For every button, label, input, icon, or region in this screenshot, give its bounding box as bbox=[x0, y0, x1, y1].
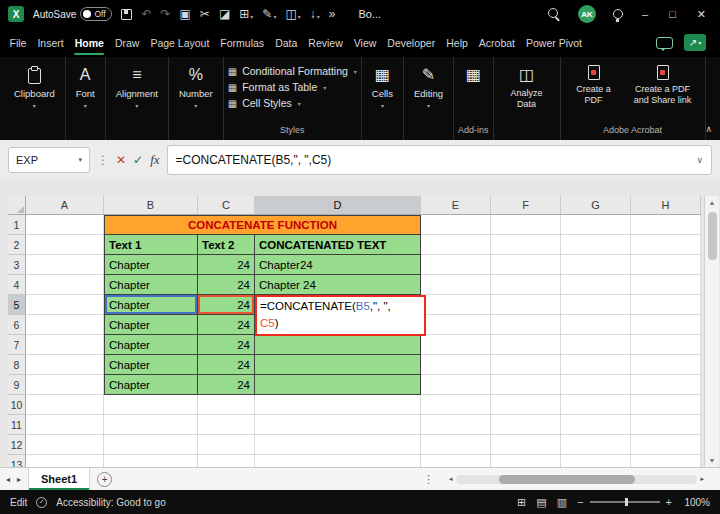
ribbon-button-create-a-pdf[interactable]: Create a PDF bbox=[565, 63, 623, 108]
cell-c8[interactable]: 24 bbox=[198, 355, 255, 375]
cell-h10[interactable] bbox=[631, 395, 701, 415]
cell-c2[interactable]: Text 2 bbox=[198, 235, 255, 255]
ribbon-button-cell-styles[interactable]: ▦Cell Styles▾ bbox=[228, 97, 301, 109]
cell-c6[interactable]: 24 bbox=[198, 315, 255, 335]
cell-a3[interactable] bbox=[26, 255, 104, 275]
cell-h3[interactable] bbox=[631, 255, 701, 275]
cell-a9[interactable] bbox=[26, 375, 104, 395]
cell-g10[interactable] bbox=[561, 395, 631, 415]
borders-icon[interactable]: ⊞▾ bbox=[239, 8, 253, 20]
column-header-c[interactable]: C bbox=[198, 196, 255, 215]
cell-b2[interactable]: Text 1 bbox=[104, 235, 198, 255]
cell-c7[interactable]: 24 bbox=[198, 335, 255, 355]
cell-h11[interactable] bbox=[631, 415, 701, 435]
column-header-e[interactable]: E bbox=[421, 196, 491, 215]
cell-h4[interactable] bbox=[631, 275, 701, 295]
sheet-tab-sheet1[interactable]: Sheet1 bbox=[28, 468, 90, 490]
row-header-3[interactable]: 3 bbox=[8, 255, 26, 275]
excel-logo-icon[interactable]: X bbox=[8, 6, 24, 22]
cell-g1[interactable] bbox=[561, 215, 631, 235]
column-header-b[interactable]: B bbox=[104, 196, 198, 215]
cell-e12[interactable] bbox=[421, 435, 491, 455]
tab-power-pivot[interactable]: Power Pivot bbox=[521, 28, 588, 57]
cell-e9[interactable] bbox=[421, 375, 491, 395]
cell-b4[interactable]: Chapter bbox=[104, 275, 198, 295]
page-break-view-icon[interactable]: ▥ bbox=[557, 496, 567, 509]
accessibility-status[interactable]: Accessibility: Good to go bbox=[56, 497, 166, 508]
autosave-toggle[interactable]: Off bbox=[80, 7, 112, 21]
add-sheet-button[interactable]: + bbox=[97, 472, 112, 487]
name-box[interactable]: EXP ▾ bbox=[8, 147, 90, 173]
image-icon[interactable]: ◪ bbox=[219, 8, 230, 20]
scroll-right-icon[interactable]: ▸ bbox=[700, 475, 704, 483]
tab-options-icon[interactable]: ⋮ bbox=[423, 473, 434, 486]
ribbon-button-editing[interactable]: ✎Editing▾ bbox=[408, 63, 449, 111]
document-title[interactable]: Bo... bbox=[358, 8, 381, 20]
tab-home[interactable]: Home bbox=[69, 28, 109, 57]
cell-f11[interactable] bbox=[491, 415, 561, 435]
cell-b9[interactable]: Chapter bbox=[104, 375, 198, 395]
search-icon[interactable] bbox=[548, 8, 561, 21]
redo-icon[interactable]: ↷ bbox=[160, 8, 170, 20]
tab-view[interactable]: View bbox=[348, 28, 382, 57]
cell-a1[interactable] bbox=[26, 215, 104, 235]
row-header-11[interactable]: 11 bbox=[8, 415, 26, 435]
vertical-scrollbar[interactable]: ▲ ▼ bbox=[704, 196, 719, 467]
cell-b3[interactable]: Chapter bbox=[104, 255, 198, 275]
cell-c5[interactable]: 24 bbox=[198, 295, 255, 315]
zoom-slider[interactable] bbox=[590, 501, 660, 503]
row-header-13[interactable]: 13 bbox=[8, 455, 26, 467]
normal-view-icon[interactable]: ⊞ bbox=[517, 496, 526, 509]
sheet-nav-right-icon[interactable]: ▸ bbox=[17, 475, 21, 484]
account-avatar[interactable]: AK bbox=[578, 5, 596, 23]
cell-c9[interactable]: 24 bbox=[198, 375, 255, 395]
cell-b1-d1-merged[interactable]: CONCATENATE FUNCTION bbox=[104, 215, 421, 235]
ribbon-button-create-a-pdf-and-share-link[interactable]: Create a PDF and Share link bbox=[625, 63, 701, 108]
cell-b11[interactable] bbox=[104, 415, 198, 435]
cell-d13[interactable] bbox=[255, 455, 421, 467]
cell-a5[interactable] bbox=[26, 295, 104, 315]
cell-edit-formula-box[interactable]: =CONCATENATE(B5,", ",C5) bbox=[255, 295, 426, 336]
cell-b13[interactable] bbox=[104, 455, 198, 467]
format-painter-icon[interactable]: ✎▾ bbox=[262, 8, 276, 20]
tab-review[interactable]: Review bbox=[303, 28, 348, 57]
cell-g12[interactable] bbox=[561, 435, 631, 455]
cell-e4[interactable] bbox=[421, 275, 491, 295]
vertical-scrollbar-thumb[interactable] bbox=[708, 212, 717, 260]
tab-developer[interactable]: Developer bbox=[382, 28, 441, 57]
cell-f6[interactable] bbox=[491, 315, 561, 335]
cell-b6[interactable]: Chapter bbox=[104, 315, 198, 335]
more-commands-icon[interactable]: » bbox=[329, 8, 336, 20]
row-header-2[interactable]: 2 bbox=[8, 235, 26, 255]
cell-c10[interactable] bbox=[198, 395, 255, 415]
cell-g9[interactable] bbox=[561, 375, 631, 395]
cell-a11[interactable] bbox=[26, 415, 104, 435]
cell-e8[interactable] bbox=[421, 355, 491, 375]
row-header-12[interactable]: 12 bbox=[8, 435, 26, 455]
horizontal-scrollbar[interactable]: ◂ ▸ bbox=[449, 475, 704, 484]
cell-d10[interactable] bbox=[255, 395, 421, 415]
tab-insert[interactable]: Insert bbox=[32, 28, 69, 57]
tab-formulas[interactable]: Formulas bbox=[215, 28, 270, 57]
page-layout-view-icon[interactable]: ▤ bbox=[536, 496, 546, 509]
select-all-corner[interactable] bbox=[8, 196, 26, 215]
cell-g7[interactable] bbox=[561, 335, 631, 355]
cell-a6[interactable] bbox=[26, 315, 104, 335]
cell-e5[interactable] bbox=[421, 295, 491, 315]
ribbon-button-conditional-formatting[interactable]: ▦Conditional Formatting▾ bbox=[228, 65, 357, 77]
tab-acrobat[interactable]: Acrobat bbox=[473, 28, 520, 57]
cell-b7[interactable]: Chapter bbox=[104, 335, 198, 355]
cell-b10[interactable] bbox=[104, 395, 198, 415]
cell-f5[interactable] bbox=[491, 295, 561, 315]
ribbon-button-format-as-table[interactable]: ▦Format as Table▾ bbox=[228, 81, 327, 93]
row-header-4[interactable]: 4 bbox=[8, 275, 26, 295]
horizontal-scrollbar-thumb[interactable] bbox=[499, 475, 635, 484]
cell-h9[interactable] bbox=[631, 375, 701, 395]
cell-c13[interactable] bbox=[198, 455, 255, 467]
share-button[interactable]: ↗▾ bbox=[684, 34, 706, 51]
cell-a7[interactable] bbox=[26, 335, 104, 355]
row-header-8[interactable]: 8 bbox=[8, 355, 26, 375]
scroll-up-icon[interactable]: ▲ bbox=[705, 196, 719, 209]
row-header-5[interactable]: 5 bbox=[8, 295, 26, 315]
cell-c3[interactable]: 24 bbox=[198, 255, 255, 275]
